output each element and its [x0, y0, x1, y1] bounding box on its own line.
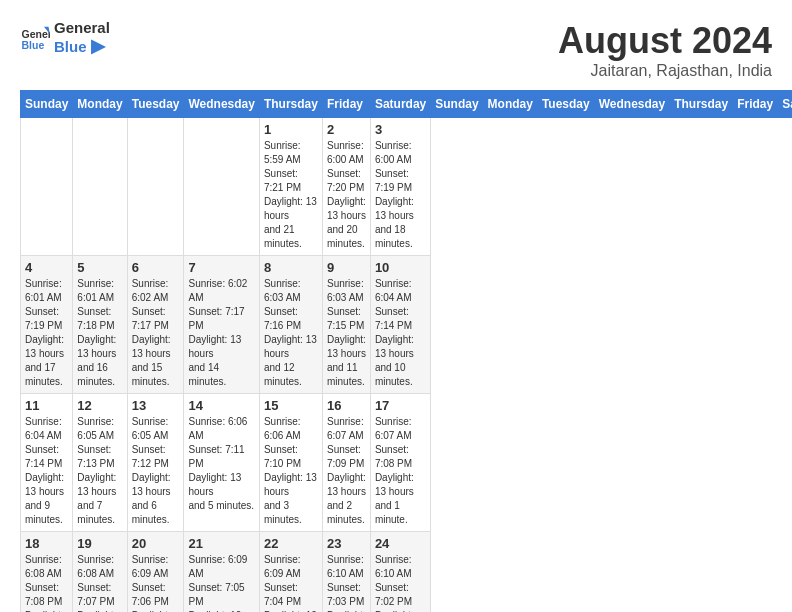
month-year-title: August 2024: [558, 20, 772, 62]
day-number: 24: [375, 536, 426, 551]
calendar-header-row: SundayMondayTuesdayWednesdayThursdayFrid…: [21, 91, 793, 118]
day-info: Sunrise: 6:06 AM Sunset: 7:11 PM Dayligh…: [188, 415, 254, 513]
logo-text-blue: Blue: [54, 38, 87, 55]
day-info: Sunrise: 6:03 AM Sunset: 7:16 PM Dayligh…: [264, 277, 318, 389]
header-sunday: Sunday: [21, 91, 73, 118]
day-cell: 21Sunrise: 6:09 AM Sunset: 7:05 PM Dayli…: [184, 532, 259, 613]
day-number: 23: [327, 536, 366, 551]
day-number: 4: [25, 260, 68, 275]
day-number: 7: [188, 260, 254, 275]
day-cell: 5Sunrise: 6:01 AM Sunset: 7:18 PM Daylig…: [73, 256, 127, 394]
day-cell: 3Sunrise: 6:00 AM Sunset: 7:19 PM Daylig…: [370, 118, 430, 256]
day-cell: 10Sunrise: 6:04 AM Sunset: 7:14 PM Dayli…: [370, 256, 430, 394]
logo-icon: General Blue: [20, 23, 50, 53]
day-number: 18: [25, 536, 68, 551]
day-number: 12: [77, 398, 122, 413]
day-info: Sunrise: 6:06 AM Sunset: 7:10 PM Dayligh…: [264, 415, 318, 527]
header-tuesday: Tuesday: [127, 91, 184, 118]
day-cell: 11Sunrise: 6:04 AM Sunset: 7:14 PM Dayli…: [21, 394, 73, 532]
day-number: 11: [25, 398, 68, 413]
day-number: 22: [264, 536, 318, 551]
day-number: 21: [188, 536, 254, 551]
week-row-1: 1Sunrise: 5:59 AM Sunset: 7:21 PM Daylig…: [21, 118, 793, 256]
day-number: 1: [264, 122, 318, 137]
day-info: Sunrise: 6:03 AM Sunset: 7:15 PM Dayligh…: [327, 277, 366, 389]
day-number: 13: [132, 398, 180, 413]
week-row-3: 11Sunrise: 6:04 AM Sunset: 7:14 PM Dayli…: [21, 394, 793, 532]
day-cell: 24Sunrise: 6:10 AM Sunset: 7:02 PM Dayli…: [370, 532, 430, 613]
day-cell: 17Sunrise: 6:07 AM Sunset: 7:08 PM Dayli…: [370, 394, 430, 532]
day-info: Sunrise: 6:08 AM Sunset: 7:07 PM Dayligh…: [77, 553, 122, 612]
logo-arrow: ▶: [91, 36, 105, 56]
day-cell: 22Sunrise: 6:09 AM Sunset: 7:04 PM Dayli…: [259, 532, 322, 613]
day-info: Sunrise: 6:05 AM Sunset: 7:12 PM Dayligh…: [132, 415, 180, 527]
day-info: Sunrise: 6:09 AM Sunset: 7:05 PM Dayligh…: [188, 553, 254, 612]
day-number: 14: [188, 398, 254, 413]
day-info: Sunrise: 6:02 AM Sunset: 7:17 PM Dayligh…: [188, 277, 254, 389]
day-cell: 12Sunrise: 6:05 AM Sunset: 7:13 PM Dayli…: [73, 394, 127, 532]
header-wednesday: Wednesday: [184, 91, 259, 118]
day-cell: 20Sunrise: 6:09 AM Sunset: 7:06 PM Dayli…: [127, 532, 184, 613]
day-number: 19: [77, 536, 122, 551]
week-row-2: 4Sunrise: 6:01 AM Sunset: 7:19 PM Daylig…: [21, 256, 793, 394]
logo: General Blue General Blue ▶: [20, 20, 110, 56]
day-info: Sunrise: 6:10 AM Sunset: 7:02 PM Dayligh…: [375, 553, 426, 612]
day-cell: [73, 118, 127, 256]
header-friday: Friday: [322, 91, 370, 118]
day-number: 3: [375, 122, 426, 137]
header: General Blue General Blue ▶ August 2024 …: [20, 20, 772, 80]
col-header-wednesday: Wednesday: [594, 91, 669, 118]
day-number: 5: [77, 260, 122, 275]
day-cell: 19Sunrise: 6:08 AM Sunset: 7:07 PM Dayli…: [73, 532, 127, 613]
day-number: 2: [327, 122, 366, 137]
day-info: Sunrise: 6:10 AM Sunset: 7:03 PM Dayligh…: [327, 553, 366, 612]
day-number: 16: [327, 398, 366, 413]
day-info: Sunrise: 6:01 AM Sunset: 7:19 PM Dayligh…: [25, 277, 68, 389]
svg-text:Blue: Blue: [22, 39, 45, 51]
day-cell: 18Sunrise: 6:08 AM Sunset: 7:08 PM Dayli…: [21, 532, 73, 613]
day-cell: 6Sunrise: 6:02 AM Sunset: 7:17 PM Daylig…: [127, 256, 184, 394]
title-area: August 2024 Jaitaran, Rajasthan, India: [558, 20, 772, 80]
day-info: Sunrise: 6:01 AM Sunset: 7:18 PM Dayligh…: [77, 277, 122, 389]
day-number: 6: [132, 260, 180, 275]
day-info: Sunrise: 6:08 AM Sunset: 7:08 PM Dayligh…: [25, 553, 68, 612]
week-row-4: 18Sunrise: 6:08 AM Sunset: 7:08 PM Dayli…: [21, 532, 793, 613]
col-header-sunday: Sunday: [431, 91, 483, 118]
day-cell: 9Sunrise: 6:03 AM Sunset: 7:15 PM Daylig…: [322, 256, 370, 394]
day-number: 8: [264, 260, 318, 275]
day-cell: 16Sunrise: 6:07 AM Sunset: 7:09 PM Dayli…: [322, 394, 370, 532]
day-cell: 8Sunrise: 6:03 AM Sunset: 7:16 PM Daylig…: [259, 256, 322, 394]
day-number: 10: [375, 260, 426, 275]
day-info: Sunrise: 6:00 AM Sunset: 7:20 PM Dayligh…: [327, 139, 366, 251]
day-cell: [184, 118, 259, 256]
day-number: 15: [264, 398, 318, 413]
header-monday: Monday: [73, 91, 127, 118]
col-header-saturday: Saturday: [778, 91, 792, 118]
col-header-thursday: Thursday: [670, 91, 733, 118]
header-saturday: Saturday: [370, 91, 430, 118]
col-header-tuesday: Tuesday: [537, 91, 594, 118]
day-cell: 15Sunrise: 6:06 AM Sunset: 7:10 PM Dayli…: [259, 394, 322, 532]
logo-text-general: General: [54, 19, 110, 36]
location-subtitle: Jaitaran, Rajasthan, India: [558, 62, 772, 80]
day-number: 9: [327, 260, 366, 275]
day-info: Sunrise: 6:09 AM Sunset: 7:06 PM Dayligh…: [132, 553, 180, 612]
day-info: Sunrise: 6:02 AM Sunset: 7:17 PM Dayligh…: [132, 277, 180, 389]
day-cell: 23Sunrise: 6:10 AM Sunset: 7:03 PM Dayli…: [322, 532, 370, 613]
day-cell: 2Sunrise: 6:00 AM Sunset: 7:20 PM Daylig…: [322, 118, 370, 256]
day-cell: 4Sunrise: 6:01 AM Sunset: 7:19 PM Daylig…: [21, 256, 73, 394]
day-info: Sunrise: 6:04 AM Sunset: 7:14 PM Dayligh…: [375, 277, 426, 389]
day-info: Sunrise: 6:07 AM Sunset: 7:09 PM Dayligh…: [327, 415, 366, 527]
calendar-table: SundayMondayTuesdayWednesdayThursdayFrid…: [20, 90, 792, 612]
day-info: Sunrise: 6:05 AM Sunset: 7:13 PM Dayligh…: [77, 415, 122, 527]
day-info: Sunrise: 6:09 AM Sunset: 7:04 PM Dayligh…: [264, 553, 318, 612]
header-thursday: Thursday: [259, 91, 322, 118]
day-cell: [127, 118, 184, 256]
day-cell: 1Sunrise: 5:59 AM Sunset: 7:21 PM Daylig…: [259, 118, 322, 256]
day-cell: 13Sunrise: 6:05 AM Sunset: 7:12 PM Dayli…: [127, 394, 184, 532]
day-info: Sunrise: 6:00 AM Sunset: 7:19 PM Dayligh…: [375, 139, 426, 251]
day-cell: [21, 118, 73, 256]
day-number: 17: [375, 398, 426, 413]
day-number: 20: [132, 536, 180, 551]
day-cell: 14Sunrise: 6:06 AM Sunset: 7:11 PM Dayli…: [184, 394, 259, 532]
